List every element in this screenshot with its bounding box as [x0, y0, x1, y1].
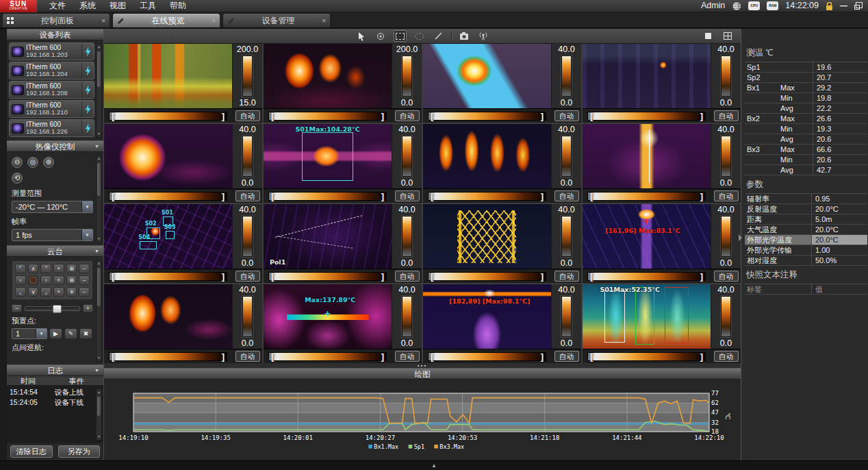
- range-strip[interactable]: []: [587, 192, 706, 201]
- menu-item-0[interactable]: 文件: [49, 0, 66, 12]
- chevron-down-icon[interactable]: ▼: [81, 230, 92, 240]
- auto-button[interactable]: 自动: [714, 271, 739, 282]
- auto-button[interactable]: 自动: [235, 190, 260, 201]
- palette-bar[interactable]: [242, 136, 253, 177]
- palette-bar[interactable]: [561, 136, 572, 177]
- chevron-down-icon[interactable]: ▼: [36, 329, 47, 338]
- range-strip[interactable]: []: [587, 272, 706, 281]
- device-item[interactable]: ITherm 600192.168.1.226: [9, 119, 94, 137]
- range-strip[interactable]: []: [428, 192, 546, 201]
- scroll-down-icon[interactable]: ▼: [97, 236, 101, 241]
- auto-button[interactable]: 自动: [395, 110, 420, 121]
- auto-button[interactable]: 自动: [395, 271, 420, 282]
- auto-button[interactable]: 自动: [395, 351, 420, 362]
- scroll-up-icon[interactable]: ▲: [97, 156, 101, 161]
- device-item[interactable]: ITherm 600192.168.1.204: [9, 62, 94, 79]
- palette-bar[interactable]: [402, 216, 412, 257]
- palette-bar[interactable]: [561, 216, 572, 257]
- tab-close-icon[interactable]: ×: [212, 17, 216, 25]
- menu-item-4[interactable]: 帮助: [170, 0, 186, 12]
- speed-handle[interactable]: [53, 305, 62, 313]
- range-strip[interactable]: []: [428, 272, 546, 281]
- broadcast-tool-icon[interactable]: [477, 30, 490, 42]
- expand-up-icon[interactable]: ▲: [431, 462, 437, 469]
- auto-button[interactable]: 自动: [235, 110, 260, 121]
- ptz-home-button[interactable]: ●: [28, 275, 39, 285]
- cursor-tool-icon[interactable]: [355, 30, 368, 42]
- auto-button[interactable]: 自动: [714, 110, 739, 121]
- ellipse-tool-icon[interactable]: [413, 30, 426, 42]
- measure-row[interactable]: Bx3Max66.6: [745, 145, 867, 155]
- measure-row[interactable]: Avg22.2: [745, 103, 867, 114]
- range-strip[interactable]: []: [109, 352, 227, 361]
- scrollbar[interactable]: ▲▼: [96, 155, 102, 243]
- video-cell-14[interactable]: Max:137.89°C+40.00.0[]自动: [264, 284, 422, 363]
- measure-row[interactable]: Min20.6: [745, 155, 867, 165]
- auto-button[interactable]: 自动: [554, 190, 579, 201]
- auto-button[interactable]: 自动: [554, 271, 579, 282]
- pan-up-right-button[interactable]: ⌝: [40, 264, 51, 273]
- palette-bar[interactable]: [402, 136, 412, 177]
- scrollbar-thumb[interactable]: [97, 397, 101, 416]
- lightning-icon[interactable]: [82, 66, 92, 76]
- tab-2[interactable]: 设备管理×: [222, 13, 331, 27]
- measure-row[interactable]: Sp119.6: [745, 62, 867, 73]
- palette-bar[interactable]: [721, 296, 731, 337]
- tab-0[interactable]: 控制面板×: [2, 13, 110, 27]
- range-strip[interactable]: []: [268, 272, 387, 281]
- scrollbar-thumb[interactable]: [97, 51, 101, 87]
- scrollbar-thumb[interactable]: [97, 268, 101, 306]
- scrollbar[interactable]: ▲▼: [96, 260, 102, 362]
- pan-right-button[interactable]: ›: [40, 275, 51, 285]
- lightning-icon[interactable]: [82, 104, 92, 114]
- palette-bar[interactable]: [561, 296, 572, 337]
- scroll-down-icon[interactable]: ▼: [97, 434, 101, 439]
- video-cell-11[interactable]: 40.00.0[]自动: [423, 204, 581, 283]
- video-cell-10[interactable]: Pol140.00.0[]自动: [264, 204, 422, 283]
- video-cell-1[interactable]: 200.015.0[]自动: [104, 44, 262, 123]
- palette-bar[interactable]: [721, 136, 731, 177]
- video-cell-16[interactable]: S01Max:52.35°C40.00.0[]自动: [583, 284, 741, 363]
- menu-item-3[interactable]: 工具: [140, 0, 156, 12]
- scroll-down-icon[interactable]: ▼: [97, 356, 101, 360]
- single-view-icon[interactable]: [702, 30, 715, 42]
- video-cell-2[interactable]: 200.00.0[]自动: [264, 44, 422, 123]
- tab-close-icon[interactable]: ×: [322, 17, 326, 25]
- preset-select[interactable]: 1 ▼: [12, 328, 47, 339]
- snapshot-tool-icon[interactable]: [458, 30, 471, 42]
- lightning-icon[interactable]: [82, 123, 92, 134]
- log-row[interactable]: 15:24:05设备下线: [7, 397, 94, 408]
- pan-down-left-button[interactable]: ⌞: [15, 287, 26, 297]
- menu-item-1[interactable]: 系统: [79, 0, 96, 12]
- log-row[interactable]: 15:14:54设备上线: [7, 387, 94, 397]
- scroll-up-icon[interactable]: ▲: [97, 390, 101, 395]
- log-panel-header[interactable]: 日志▼: [7, 364, 103, 376]
- range-strip[interactable]: []: [428, 112, 546, 121]
- pan-left-button[interactable]: ‹: [15, 275, 26, 285]
- palette-bar[interactable]: [402, 296, 412, 337]
- chevron-down-icon[interactable]: ▼: [81, 201, 92, 212]
- video-cell-6[interactable]: S01Max:104.28°C40.00.0[]自动: [264, 124, 422, 203]
- iris-close-button[interactable]: −: [79, 287, 90, 297]
- ptz-panel-header[interactable]: 云台▼: [7, 245, 103, 257]
- minimize-button[interactable]: —: [840, 1, 847, 10]
- fps-select[interactable]: 1 fps ▼: [12, 229, 93, 241]
- auto-button[interactable]: 自动: [714, 190, 739, 201]
- device-item[interactable]: ITherm 600192.168.1.210: [9, 100, 94, 118]
- zoom-out-button[interactable]: −: [79, 264, 90, 273]
- video-cell-15[interactable]: [182,89] [Max:98.1°C]40.00.0[]自动: [423, 284, 581, 363]
- measure-row[interactable]: Avg20.6: [745, 134, 867, 145]
- clear-log-button[interactable]: 清除日志: [10, 445, 53, 458]
- param-row[interactable]: 距离5.0m: [745, 214, 867, 225]
- spot-tool-icon[interactable]: [374, 30, 387, 42]
- horizontal-splitter[interactable]: •••: [104, 363, 741, 368]
- video-cell-8[interactable]: 40.00.0[]自动: [583, 124, 741, 203]
- device-panel-header[interactable]: 设备列表: [7, 29, 103, 40]
- range-strip[interactable]: []: [109, 192, 227, 201]
- measure-row[interactable]: Min19.3: [745, 124, 867, 134]
- preset-go-button[interactable]: ▶: [49, 328, 62, 339]
- zoom-in-button[interactable]: +: [53, 264, 64, 273]
- range-strip[interactable]: []: [587, 112, 706, 121]
- video-cell-7[interactable]: 40.00.0[]自动: [423, 124, 581, 203]
- range-strip[interactable]: []: [428, 352, 546, 361]
